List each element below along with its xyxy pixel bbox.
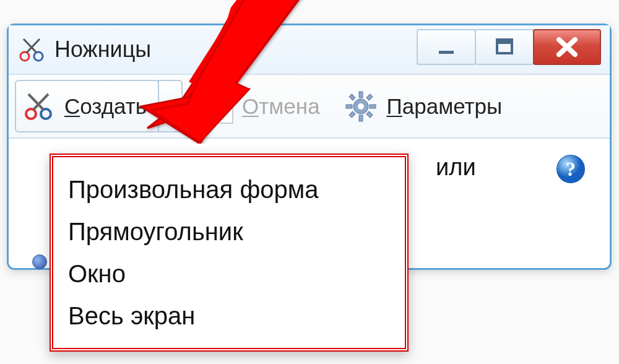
svg-point-20 [358,103,364,110]
svg-text:?: ? [566,158,576,180]
svg-rect-19 [349,111,355,118]
svg-rect-17 [366,111,373,118]
dropdown-item-fullscreen[interactable]: Весь экран [68,295,390,337]
cancel-button: Отмена [191,80,332,132]
dropdown-item-rectangle[interactable]: Прямоугольник [68,210,390,253]
svg-rect-16 [349,94,355,100]
scissors-icon [22,90,54,123]
chevron-down-icon [164,103,176,110]
svg-line-2 [27,39,40,53]
gear-icon [345,90,377,123]
snip-mode-dropdown: Произвольная форма Прямоугольник Окно Ве… [50,154,409,352]
cancel-label: Отмена [242,94,320,119]
options-button[interactable]: Параметры [332,80,515,132]
help-icon[interactable]: ? [555,154,586,184]
dropdown-item-window[interactable]: Окно [68,253,390,295]
svg-point-7 [26,109,36,119]
svg-rect-14 [346,105,352,108]
svg-point-8 [41,109,51,119]
titlebar: Ножницы [9,25,610,74]
svg-rect-4 [439,51,454,54]
window-title: Ножницы [54,37,151,63]
bullet-dot-icon [32,254,47,269]
close-button[interactable] [533,29,601,65]
new-snip-label: Создать [64,94,147,119]
new-snip-button[interactable]: Создать [15,80,159,132]
maximize-button[interactable] [475,29,534,65]
toolbar: Создать Отмена [9,74,610,139]
dropdown-item-freeform[interactable]: Произвольная форма [68,168,390,210]
options-label: Параметры [387,94,503,119]
svg-line-3 [24,39,37,53]
svg-rect-15 [370,105,376,108]
caption-buttons [418,29,601,65]
partial-hidden-text: или [436,154,476,181]
svg-rect-6 [497,40,512,44]
svg-rect-12 [359,92,363,98]
cancel-page-icon [204,89,233,124]
new-snip-dropdown-button[interactable] [158,80,183,132]
scissors-app-icon [17,35,46,64]
minimize-button[interactable] [417,29,476,65]
svg-point-1 [34,52,43,61]
svg-rect-18 [366,94,373,100]
svg-point-0 [20,52,29,61]
svg-rect-13 [359,115,363,121]
